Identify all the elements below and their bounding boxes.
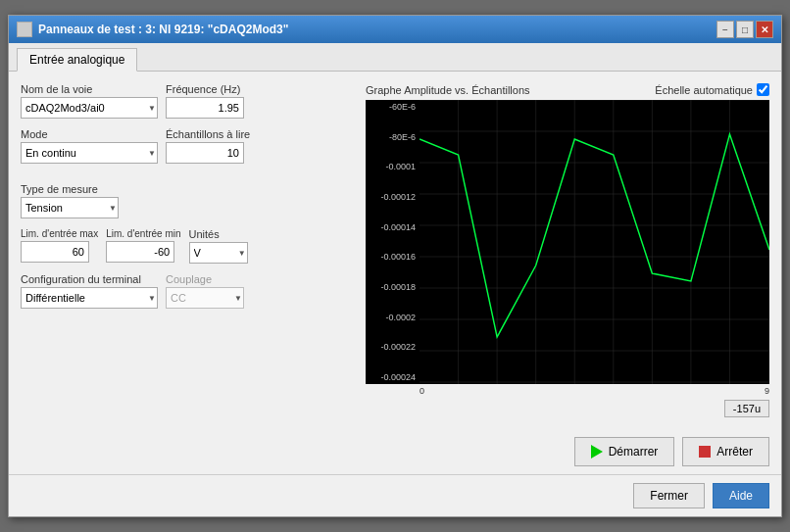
y-label-7: -0.0002: [366, 313, 416, 322]
y-label-6: -0.00018: [366, 282, 416, 292]
limits-row: Lim. d'entrée max Lim. d'entrée min Unit…: [21, 228, 354, 264]
frequency-label: Fréquence (Hz): [166, 83, 244, 95]
cursor-value-display: -157u: [724, 400, 769, 417]
measure-type-select[interactable]: Tension: [21, 197, 119, 218]
auto-scale-group: Échelle automatique: [655, 83, 769, 96]
auto-scale-label: Échelle automatique: [655, 84, 753, 96]
input-max-label: Lim. d'entrée max: [21, 228, 98, 239]
channel-col: Nom de la voie cDAQ2Mod3/ai0 ▼: [21, 83, 158, 119]
graph-wrapper: -60E-6 -80E-6 -0.0001 -0.00012 -0.00014 …: [366, 100, 769, 384]
cursor-value-container: -157u: [366, 400, 769, 417]
close-window-button[interactable]: ✕: [756, 21, 773, 38]
graph-header: Graphe Amplitude vs. Échantillons Échell…: [366, 83, 769, 96]
terminal-coupling-row: Configuration du terminal Différentielle…: [21, 273, 354, 309]
measure-type-group: Type de mesure Tension ▼: [21, 183, 354, 218]
measure-type-label: Type de mesure: [21, 183, 354, 195]
input-max-col: Lim. d'entrée max: [21, 228, 98, 263]
y-label-5: -0.00016: [366, 252, 416, 262]
units-col: Unités V ▼: [189, 228, 248, 264]
units-select-wrapper: V ▼: [189, 242, 248, 264]
coupling-label: Couplage: [166, 273, 244, 285]
maximize-button[interactable]: □: [736, 21, 754, 38]
channel-select-wrapper: cDAQ2Mod3/ai0 ▼: [21, 97, 158, 119]
stop-label: Arrêter: [716, 445, 753, 459]
terminal-col: Configuration du terminal Différentielle…: [21, 273, 158, 309]
measure-type-select-wrapper: Tension ▼: [21, 197, 119, 218]
action-bar: Démarrer Arrêter: [9, 429, 781, 474]
y-label-2: -0.0001: [366, 162, 416, 171]
samples-label: Échantillons à lire: [166, 128, 250, 140]
right-panel: Graphe Amplitude vs. Échantillons Échell…: [366, 83, 769, 417]
mode-col: Mode En continu ▼: [21, 128, 158, 164]
channel-select[interactable]: cDAQ2Mod3/ai0: [21, 97, 158, 119]
y-axis: -60E-6 -80E-6 -0.0001 -0.00012 -0.00014 …: [366, 100, 420, 384]
channel-frequency-row: Nom de la voie cDAQ2Mod3/ai0 ▼ Fréquence…: [21, 83, 354, 119]
x-label-start: 0: [420, 386, 424, 396]
channel-label: Nom de la voie: [21, 83, 158, 95]
terminal-select[interactable]: Différentielle: [21, 287, 158, 309]
tab-bar: Entrée analogique: [9, 43, 781, 72]
waveform-line: [420, 134, 769, 337]
mode-samples-row: Mode En continu ▼ Échantillons à lire: [21, 128, 354, 164]
chart-svg: [420, 100, 769, 384]
terminal-label: Configuration du terminal: [21, 273, 158, 285]
graph-canvas: [420, 100, 769, 384]
units-label: Unités: [189, 228, 248, 240]
x-axis: 0 9: [366, 384, 769, 396]
auto-scale-checkbox[interactable]: [757, 83, 769, 96]
y-label-1: -80E-6: [366, 132, 416, 142]
input-min-label: Lim. d'entrée min: [106, 228, 180, 239]
start-button[interactable]: Démarrer: [574, 437, 675, 466]
y-label-0: -60E-6: [366, 102, 416, 112]
close-button[interactable]: Fermer: [633, 483, 705, 508]
coupling-select[interactable]: CC: [166, 287, 244, 309]
tab-analog-input[interactable]: Entrée analogique: [17, 48, 137, 72]
y-label-4: -0.00014: [366, 222, 416, 232]
main-window: Panneaux de test : 3: NI 9219: "cDAQ2Mod…: [8, 15, 782, 517]
window-icon: [17, 22, 32, 37]
mode-label: Mode: [21, 128, 158, 140]
x-label-end: 9: [765, 386, 769, 396]
stop-icon: [699, 446, 711, 458]
y-label-3: -0.00012: [366, 192, 416, 202]
input-max-input[interactable]: [21, 241, 89, 263]
window-title: Panneaux de test : 3: NI 9219: "cDAQ2Mod…: [38, 23, 288, 36]
title-controls: − □ ✕: [716, 21, 773, 38]
units-select[interactable]: V: [189, 242, 248, 264]
left-panel: Nom de la voie cDAQ2Mod3/ai0 ▼ Fréquence…: [21, 83, 354, 417]
coupling-select-wrapper: CC ▼: [166, 287, 244, 309]
stop-button[interactable]: Arrêter: [682, 437, 769, 466]
coupling-col: Couplage CC ▼: [166, 273, 244, 309]
terminal-select-wrapper: Différentielle ▼: [21, 287, 158, 309]
help-button[interactable]: Aide: [713, 483, 769, 508]
input-min-col: Lim. d'entrée min: [106, 228, 180, 263]
play-icon: [591, 445, 603, 459]
samples-col: Échantillons à lire: [166, 128, 250, 164]
mode-select[interactable]: En continu: [21, 142, 158, 164]
y-label-8: -0.00022: [366, 342, 416, 352]
minimize-button[interactable]: −: [716, 21, 734, 38]
y-label-9: -0.00024: [366, 372, 416, 382]
title-bar: Panneaux de test : 3: NI 9219: "cDAQ2Mod…: [9, 16, 781, 43]
samples-input[interactable]: [166, 142, 244, 164]
main-content: Nom de la voie cDAQ2Mod3/ai0 ▼ Fréquence…: [9, 72, 781, 429]
frequency-col: Fréquence (Hz): [166, 83, 244, 119]
separator-1: [21, 173, 354, 183]
start-label: Démarrer: [609, 445, 659, 459]
mode-select-wrapper: En continu ▼: [21, 142, 158, 164]
frequency-input[interactable]: [166, 97, 244, 119]
footer-bar: Fermer Aide: [9, 474, 781, 516]
input-min-input[interactable]: [106, 241, 174, 263]
graph-title: Graphe Amplitude vs. Échantillons: [366, 84, 530, 96]
